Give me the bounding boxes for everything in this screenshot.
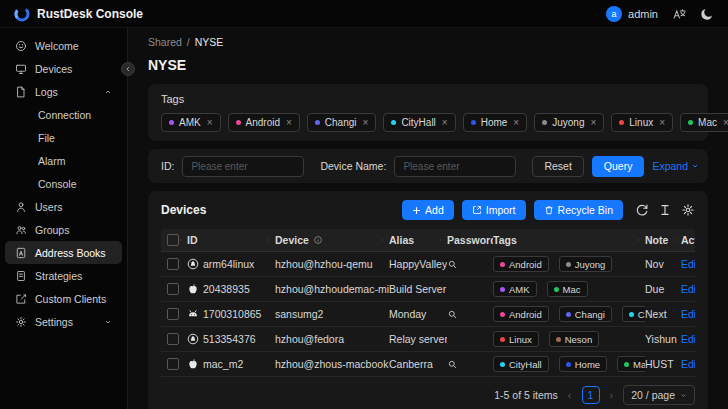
edit-link[interactable]: Edit: [681, 333, 695, 345]
view-password-icon[interactable]: [447, 309, 458, 320]
page-number-button[interactable]: 1: [582, 386, 600, 404]
tag-chip-android[interactable]: Android ×: [228, 113, 300, 132]
next-page-button[interactable]: ›: [608, 389, 616, 401]
tag-remove-icon[interactable]: ×: [659, 117, 665, 128]
tag-chip-changi[interactable]: Changi ×: [307, 113, 377, 132]
sidebar-item-console[interactable]: Console: [5, 172, 122, 195]
sidebar-label: Logs: [35, 86, 58, 98]
tag-color-dot: [619, 120, 624, 125]
tag-color-dot: [500, 287, 505, 292]
row-tag-chip: Home: [559, 356, 607, 372]
tag-label: Mac: [633, 359, 645, 370]
tag-chip-juyong[interactable]: Juyong ×: [534, 113, 604, 132]
sidebar-item-welcome[interactable]: Welcome: [5, 34, 122, 57]
user-menu[interactable]: a admin: [606, 6, 658, 22]
device-name-filter-label: Device Name:: [320, 160, 386, 172]
tag-remove-icon[interactable]: ×: [286, 117, 292, 128]
device-id: arm64linux: [203, 258, 254, 270]
tag-chip-linux[interactable]: Linux ×: [611, 113, 673, 132]
view-password-icon[interactable]: [447, 259, 458, 270]
row-checkbox[interactable]: [167, 333, 179, 345]
tag-remove-icon[interactable]: ×: [207, 117, 213, 128]
sidebar-item-logs[interactable]: Logs: [5, 80, 122, 103]
tag-remove-icon[interactable]: ×: [723, 117, 728, 128]
translate-icon[interactable]: [672, 7, 686, 21]
sidebar-label: Settings: [35, 316, 73, 328]
monitor-icon: [15, 63, 27, 75]
edit-link[interactable]: Edit: [681, 283, 695, 295]
refresh-icon[interactable]: [635, 203, 649, 217]
breadcrumb-current: NYSE: [195, 36, 224, 48]
sidebar-item-connection[interactable]: Connection: [5, 103, 122, 126]
recycle-bin-button[interactable]: Recycle Bin: [534, 200, 623, 220]
row-checkbox[interactable]: [167, 358, 179, 370]
brand: RustDesk Console: [14, 6, 143, 22]
tag-color-dot: [542, 120, 547, 125]
add-label: Add: [425, 204, 444, 216]
header-device: Device: [275, 234, 389, 246]
tag-label: Juyong: [575, 259, 606, 270]
tag-color-dot: [391, 120, 396, 125]
tag-remove-icon[interactable]: ×: [363, 117, 369, 128]
sidebar-item-strategies[interactable]: Strategies: [5, 264, 122, 287]
row-checkbox[interactable]: [167, 258, 179, 270]
sidebar-collapse-button[interactable]: [121, 62, 135, 76]
avatar[interactable]: a: [606, 6, 622, 22]
tag-remove-icon[interactable]: ×: [442, 117, 448, 128]
sidebar-item-devices[interactable]: Devices: [5, 57, 122, 80]
add-device-button[interactable]: Add: [402, 200, 454, 220]
sidebar-item-file[interactable]: File: [5, 126, 122, 149]
device-note: Nov: [645, 258, 681, 270]
row-checkbox[interactable]: [167, 283, 179, 295]
tag-chip-mac[interactable]: Mac ×: [680, 113, 728, 132]
rustdesk-logo-icon: [14, 6, 30, 22]
edit-link[interactable]: Edit: [681, 358, 695, 370]
sidebar-item-alarm[interactable]: Alarm: [5, 149, 122, 172]
query-button[interactable]: Query: [592, 156, 645, 177]
tag-label: Linux: [629, 117, 653, 128]
device-name-filter-input[interactable]: [394, 156, 516, 177]
tag-chip-home[interactable]: Home ×: [463, 113, 528, 132]
device-id: 20438935: [203, 283, 250, 295]
plus-icon: [412, 206, 421, 215]
sidebar-item-users[interactable]: Users: [5, 195, 122, 218]
tag-remove-icon[interactable]: ×: [513, 117, 519, 128]
sidebar-item-groups[interactable]: Groups: [5, 218, 122, 241]
row-checkbox[interactable]: [167, 308, 179, 320]
sidebar-item-address-books[interactable]: Address Books: [5, 241, 122, 264]
sidebar-item-settings[interactable]: Settings: [5, 310, 122, 333]
filter-bar: ID: Device Name: Reset Query Expand: [148, 149, 708, 183]
sidebar-label: Connection: [38, 109, 91, 121]
expand-label: Expand: [652, 160, 688, 172]
info-icon[interactable]: [313, 235, 323, 245]
app-title: RustDesk Console: [37, 7, 143, 21]
main-content: Shared / NYSE NYSE Tags AMK × Android ×: [128, 28, 728, 409]
tag-remove-icon[interactable]: ×: [590, 117, 596, 128]
row-density-icon[interactable]: [658, 203, 672, 217]
user-icon: [15, 201, 27, 213]
tag-chip-amk[interactable]: AMK ×: [161, 113, 221, 132]
row-tag-chip: Mac: [547, 281, 588, 297]
trash-icon: [544, 205, 554, 215]
page-size-select[interactable]: 20 / page: [623, 385, 695, 405]
username: admin: [628, 8, 658, 20]
expand-link[interactable]: Expand: [652, 160, 699, 172]
tag-chip-cityhall[interactable]: CityHall ×: [383, 113, 455, 132]
edit-link[interactable]: Edit: [681, 258, 695, 270]
device-id: 513354376: [203, 333, 256, 345]
select-all-checkbox[interactable]: [167, 234, 179, 246]
prev-page-button[interactable]: ‹: [566, 389, 574, 401]
tag-label: Changi: [325, 117, 357, 128]
tag-color-dot: [169, 120, 174, 125]
edit-link[interactable]: Edit: [681, 308, 695, 320]
breadcrumb-parent[interactable]: Shared: [148, 36, 182, 48]
dark-mode-moon-icon[interactable]: [700, 7, 714, 21]
reset-button[interactable]: Reset: [532, 156, 583, 177]
column-settings-gear-icon[interactable]: [681, 203, 695, 217]
sidebar-label: File: [38, 132, 55, 144]
view-password-icon[interactable]: [447, 359, 458, 370]
sidebar-item-custom-clients[interactable]: Custom Clients: [5, 287, 122, 310]
import-button[interactable]: Import: [462, 200, 526, 220]
id-filter-input[interactable]: [182, 156, 304, 177]
devices-table: ID Device Alias Password Tags Note Actio…: [161, 229, 695, 377]
